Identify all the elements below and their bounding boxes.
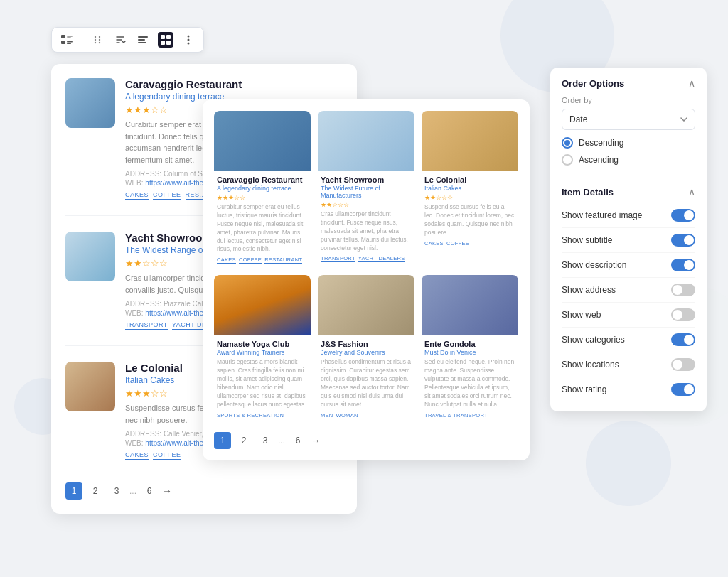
grid-tag[interactable]: TRAVEL & TRANSPORT — [424, 412, 488, 419]
item-details-chevron: ∧ — [688, 186, 695, 198]
toggle-switch[interactable] — [671, 234, 695, 247]
toggle-row: Show featured image — [562, 203, 695, 228]
grid-page-6-btn[interactable]: 6 — [289, 432, 306, 449]
grid-item-body: Yacht Showroom The Widest Future of Manu… — [318, 171, 414, 266]
tag[interactable]: COFFEE — [153, 191, 181, 200]
grid-tag[interactable]: TRANSPORT — [321, 255, 355, 262]
svg-point-19 — [188, 36, 190, 38]
grid-item-title: Namaste Yoga Club — [217, 340, 308, 348]
toggle-label: Show address — [562, 285, 616, 295]
grid-item-title: Ente Gondola — [424, 340, 515, 348]
order-direction-group: Descending Ascending — [562, 137, 695, 166]
grid-item: Namaste Yoga Club Award Winning Trainers… — [214, 275, 311, 423]
sort-icon[interactable] — [112, 32, 128, 48]
grid-page-next-arrow[interactable]: → — [311, 435, 321, 446]
svg-rect-18 — [166, 41, 171, 45]
toggle-row: Show web — [562, 303, 695, 328]
toggle-label: Show rating — [562, 384, 606, 394]
svg-point-9 — [99, 39, 100, 41]
grid-item-tags: TRAVEL & TRANSPORT — [424, 412, 515, 419]
svg-rect-16 — [166, 35, 171, 39]
toggle-row: Show description — [562, 253, 695, 278]
page-dots: ... — [129, 486, 136, 496]
grid-item-title: Yacht Showroom — [321, 176, 412, 184]
grid-tag[interactable]: SPORTS & RECREATION — [217, 412, 284, 419]
grid-tag[interactable]: MEN — [321, 412, 333, 419]
more-options-icon[interactable] — [181, 32, 196, 48]
order-by-select[interactable]: Date Title Rating — [562, 109, 695, 130]
grid-item: Le Colonial Italian Cakes ★★☆☆☆ Suspendi… — [422, 111, 518, 268]
toggle-switch[interactable] — [671, 209, 695, 222]
grid-item-body: Caravaggio Restaurant A legendary dining… — [214, 171, 311, 268]
ascending-radio-circle — [562, 154, 573, 166]
drag-handle-icon[interactable] — [90, 32, 105, 48]
grid-tag[interactable]: COFFEE — [239, 257, 262, 264]
item-details-title: Item Details — [562, 187, 614, 198]
toggle-switch[interactable] — [671, 358, 695, 371]
order-by-label: Order by — [562, 96, 695, 104]
grid-tag[interactable]: CAKES — [217, 257, 236, 264]
toolbar-divider-1 — [82, 33, 82, 47]
descending-radio-circle — [562, 137, 573, 149]
grid-item-title: Caravaggio Restaurant — [217, 176, 308, 184]
svg-point-8 — [95, 39, 96, 41]
block-view-icon[interactable] — [158, 32, 173, 48]
toggle-label: Show featured image — [562, 210, 642, 220]
grid-page-1-btn[interactable]: 1 — [214, 432, 231, 449]
item-details-header[interactable]: Item Details ∧ — [562, 186, 695, 198]
toggle-switch[interactable] — [671, 333, 695, 346]
tag[interactable]: COFFEE — [153, 451, 181, 460]
svg-rect-15 — [161, 35, 165, 39]
grid-tag[interactable]: CAKES — [424, 240, 444, 247]
grid-tag[interactable]: COFFEE — [446, 240, 469, 247]
grid-item-title: J&S Fashion — [321, 340, 412, 348]
toggle-switch[interactable] — [671, 383, 695, 396]
order-options-section: Order Options ∧ Order by Date Title Rati… — [550, 68, 707, 176]
page-6-btn[interactable]: 6 — [141, 482, 158, 500]
grid-item-image — [318, 111, 414, 171]
page-3-btn[interactable]: 3 — [108, 482, 125, 500]
tag[interactable]: CAKES — [125, 191, 149, 200]
ascending-radio[interactable]: Ascending — [562, 154, 695, 166]
svg-rect-14 — [138, 42, 146, 43]
grid-tag[interactable]: YACHT DEALERS — [358, 255, 405, 262]
page-1-btn[interactable]: 1 — [65, 482, 82, 500]
grid-page-2-btn[interactable]: 2 — [235, 432, 252, 449]
options-panel: Order Options ∧ Order by Date Title Rati… — [550, 68, 707, 411]
grid-tag[interactable]: WOMAN — [336, 412, 358, 419]
grid-item-body: J&S Fashion Jewelry and Souvenirs Phasel… — [318, 335, 414, 423]
grid-item-image — [214, 275, 311, 335]
toggle-label: Show subtitle — [562, 235, 612, 245]
grid-item-stars: ★★☆☆☆ — [321, 201, 412, 208]
align-left-icon[interactable] — [135, 32, 151, 48]
svg-point-6 — [95, 36, 96, 38]
toggle-switch[interactable] — [671, 308, 695, 321]
tag[interactable]: TRANSPORT — [125, 321, 168, 330]
grid-item-subtitle: Award Winning Trainers — [217, 349, 308, 356]
page-next-arrow[interactable]: → — [162, 485, 172, 497]
grid-page-3-btn[interactable]: 3 — [257, 432, 274, 449]
tag[interactable]: CAKES — [125, 451, 149, 460]
toggle-label: Show description — [562, 260, 626, 270]
toggle-switch[interactable] — [671, 284, 695, 296]
grid-item-image — [422, 275, 518, 335]
grid-item: Caravaggio Restaurant A legendary dining… — [214, 111, 311, 268]
grid-item-desc: Suspendisse cursus felis eu a leo. Donec… — [424, 203, 515, 237]
grid-tag[interactable]: RESTAURANT — [264, 257, 302, 264]
order-options-header[interactable]: Order Options ∧ — [562, 77, 695, 89]
svg-rect-5 — [67, 43, 71, 45]
grid-pagination: 1 2 3 ... 6 → — [214, 432, 518, 449]
toggle-switch[interactable] — [671, 259, 695, 271]
toggle-row: Show subtitle — [562, 228, 695, 253]
page-2-btn[interactable]: 2 — [87, 482, 104, 500]
svg-point-7 — [99, 36, 100, 38]
grid-item: Ente Gondola Must Do in Venice Sed eu el… — [422, 275, 518, 423]
descending-radio[interactable]: Descending — [562, 137, 695, 149]
svg-point-20 — [188, 39, 190, 41]
list-view-icon[interactable] — [59, 32, 75, 48]
svg-rect-4 — [67, 41, 73, 43]
toggle-label: Show web — [562, 310, 601, 320]
svg-point-11 — [99, 42, 100, 43]
svg-rect-12 — [138, 36, 148, 38]
grid-item: J&S Fashion Jewelry and Souvenirs Phasel… — [318, 275, 414, 423]
